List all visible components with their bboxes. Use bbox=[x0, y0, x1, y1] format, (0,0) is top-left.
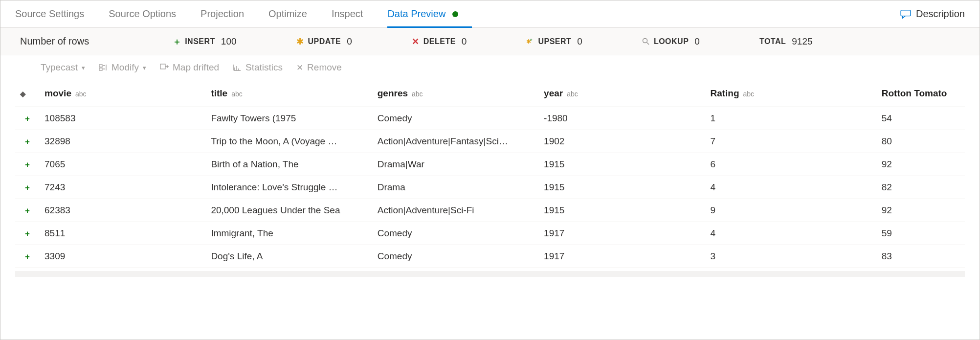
stat-lookup: LOOKUP 0 bbox=[642, 36, 754, 47]
type-badge: abc bbox=[412, 90, 423, 98]
cell-movie: 7243 bbox=[40, 176, 206, 199]
row-flag: + bbox=[15, 245, 40, 268]
comment-icon bbox=[900, 10, 911, 19]
table-row[interactable]: +8511Immigrant, TheComedy1917459 bbox=[15, 222, 965, 245]
col-year-header[interactable]: yearabc bbox=[539, 80, 705, 107]
stat-delete: ✕ DELETE 0 bbox=[412, 36, 521, 47]
table-row[interactable]: +108583Fawlty Towers (1975Comedy-1980154 bbox=[15, 107, 965, 130]
description-button[interactable]: Description bbox=[900, 8, 965, 20]
type-badge: abc bbox=[567, 90, 578, 98]
horizontal-scrollbar[interactable] bbox=[15, 271, 965, 277]
stat-value: 0 bbox=[347, 36, 352, 47]
row-flag: + bbox=[15, 199, 40, 222]
cell-genres: Comedy bbox=[373, 107, 539, 130]
sort-header[interactable]: ◆ bbox=[15, 80, 40, 107]
cell-year: 1915 bbox=[539, 153, 705, 176]
cell-year: 1917 bbox=[539, 245, 705, 268]
col-rotten-header[interactable]: Rotton Tomato bbox=[877, 80, 965, 107]
cell-movie: 7065 bbox=[40, 153, 206, 176]
modify-icon bbox=[99, 64, 108, 71]
cell-rotten: 80 bbox=[877, 130, 965, 153]
cell-year: -1980 bbox=[539, 107, 705, 130]
col-label: year bbox=[544, 88, 563, 98]
tool-label: Map drifted bbox=[173, 62, 219, 73]
stat-value: 100 bbox=[221, 36, 237, 47]
cell-year: 1915 bbox=[539, 176, 705, 199]
stat-upsert: ✱+ UPSERT 0 bbox=[526, 36, 636, 47]
tab-source-options[interactable]: Source Options bbox=[109, 0, 176, 27]
description-label: Description bbox=[916, 8, 965, 20]
table-row[interactable]: +7065Birth of a Nation, TheDrama|War1915… bbox=[15, 153, 965, 176]
tab-optimize[interactable]: Optimize bbox=[268, 0, 307, 27]
svg-text:+: + bbox=[530, 38, 533, 43]
cell-rotten: 83 bbox=[877, 245, 965, 268]
cell-title: 20,000 Leagues Under the Sea bbox=[206, 199, 372, 222]
table-row[interactable]: +6238320,000 Leagues Under the SeaAction… bbox=[15, 199, 965, 222]
asterisk-icon: ✱ bbox=[296, 38, 304, 45]
cell-movie: 32898 bbox=[40, 130, 206, 153]
cell-rating: 4 bbox=[705, 222, 876, 245]
modify-button[interactable]: Modify ▾ bbox=[99, 62, 146, 73]
statistics-button[interactable]: Statistics bbox=[233, 62, 283, 73]
col-movie-header[interactable]: movieabc bbox=[40, 80, 206, 107]
cell-rotten: 92 bbox=[877, 153, 965, 176]
status-dot-icon bbox=[452, 11, 458, 17]
cell-genres: Comedy bbox=[373, 245, 539, 268]
cell-title: Intolerance: Love's Struggle … bbox=[206, 176, 372, 199]
x-icon: ✕ bbox=[412, 38, 420, 45]
table-row[interactable]: +3309Dog's Life, AComedy1917383 bbox=[15, 245, 965, 268]
plus-icon: + bbox=[25, 183, 30, 192]
upsert-icon: ✱+ bbox=[526, 38, 534, 45]
plus-icon: ＋ bbox=[173, 38, 181, 45]
data-table-wrap: ◆ movieabc titleabc genresabc yearabc Ra… bbox=[15, 80, 965, 268]
chevron-down-icon: ▾ bbox=[82, 64, 85, 71]
sort-icon: ◆ bbox=[20, 90, 26, 98]
cell-rotten: 82 bbox=[877, 176, 965, 199]
cell-title: Trip to the Moon, A (Voyage … bbox=[206, 130, 372, 153]
cell-rating: 3 bbox=[705, 245, 876, 268]
tab-label: Data Preview bbox=[387, 8, 445, 20]
table-row[interactable]: +7243Intolerance: Love's Struggle …Drama… bbox=[15, 176, 965, 199]
plus-icon: + bbox=[25, 229, 30, 238]
col-label: movie bbox=[45, 88, 71, 98]
cell-rating: 6 bbox=[705, 153, 876, 176]
map-drifted-icon bbox=[160, 64, 169, 71]
remove-button[interactable]: ✕ Remove bbox=[296, 62, 342, 73]
tab-data-preview[interactable]: Data Preview bbox=[387, 0, 458, 27]
map-drifted-button[interactable]: Map drifted bbox=[160, 62, 219, 73]
cell-rating: 1 bbox=[705, 107, 876, 130]
stat-value: 0 bbox=[462, 36, 467, 47]
tab-label: Projection bbox=[200, 8, 244, 20]
stats-title: Number of rows bbox=[20, 36, 89, 47]
row-flag: + bbox=[15, 107, 40, 130]
cell-year: 1915 bbox=[539, 199, 705, 222]
statistics-icon bbox=[233, 64, 242, 71]
tab-inspect[interactable]: Inspect bbox=[332, 0, 363, 27]
row-flag: + bbox=[15, 130, 40, 153]
tab-projection[interactable]: Projection bbox=[200, 0, 244, 27]
col-rating-header[interactable]: Ratingabc bbox=[705, 80, 876, 107]
cell-rating: 9 bbox=[705, 199, 876, 222]
cell-title: Immigrant, The bbox=[206, 222, 372, 245]
svg-line-4 bbox=[647, 43, 649, 45]
cell-genres: Action|Adventure|Sci-Fi bbox=[373, 199, 539, 222]
x-icon: ✕ bbox=[296, 63, 303, 73]
col-title-header[interactable]: titleabc bbox=[206, 80, 372, 107]
tab-bar: Source Settings Source Options Projectio… bbox=[0, 0, 980, 28]
tab-label: Source Options bbox=[109, 8, 176, 20]
table-body: +108583Fawlty Towers (1975Comedy-1980154… bbox=[15, 107, 965, 268]
stat-label: INSERT bbox=[185, 37, 215, 46]
table-row[interactable]: +32898Trip to the Moon, A (Voyage …Actio… bbox=[15, 130, 965, 153]
stat-value: 9125 bbox=[792, 36, 812, 47]
stat-label: UPSERT bbox=[538, 37, 571, 46]
stats-bar: Number of rows ＋ INSERT 100 ✱ UPDATE 0 ✕… bbox=[0, 28, 980, 55]
stat-label: TOTAL bbox=[759, 37, 786, 46]
tab-source-settings[interactable]: Source Settings bbox=[15, 0, 84, 27]
col-label: genres bbox=[378, 88, 408, 98]
stat-update: ✱ UPDATE 0 bbox=[296, 36, 406, 47]
cell-movie: 108583 bbox=[40, 107, 206, 130]
col-genres-header[interactable]: genresabc bbox=[373, 80, 539, 107]
typecast-button[interactable]: Typecast ▾ bbox=[41, 62, 85, 73]
tool-label: Remove bbox=[307, 62, 342, 73]
plus-icon: + bbox=[25, 252, 30, 261]
